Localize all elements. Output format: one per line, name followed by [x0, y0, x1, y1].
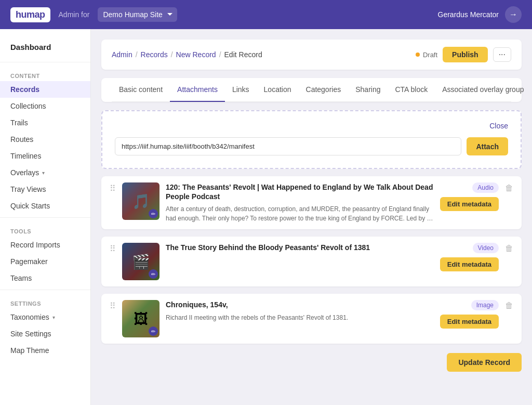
attachment-thumbnail: 🖼 ✏ [122, 300, 159, 337]
breadcrumb-sep-3: / [219, 50, 221, 59]
breadcrumb: Admin / Records / New Record / Edit Reco… [112, 50, 262, 59]
thumb-edit-badge: ✏ [149, 209, 158, 218]
sidebar-item-record-imports[interactable]: Record Imports [0, 237, 90, 253]
logout-button[interactable]: → [505, 6, 522, 23]
top-nav-right: Gerardus Mercator → [438, 6, 522, 23]
main-content: Admin / Records / New Record / Edit Reco… [91, 29, 532, 405]
tab-basic-content[interactable]: Basic content [112, 78, 170, 102]
breadcrumb-edit-record: Edit Record [224, 50, 262, 59]
attachment-actions: Audio Edit metadata [440, 182, 499, 211]
sidebar-section-settings: SETTINGS [0, 293, 90, 309]
delete-icon[interactable]: 🗑 [505, 243, 513, 253]
layout: Dashboard CONTENT Records Collections Tr… [0, 29, 532, 405]
attachment-info: The True Story Behind the Bloody Peasant… [166, 243, 434, 255]
sidebar-item-taxonomies[interactable]: Taxonomies ▾ [0, 309, 90, 325]
breadcrumb-sep-2: / [171, 50, 173, 59]
draft-badge: Draft [416, 51, 437, 59]
attachment-title: 120: The Peasants' Revolt | Wat Happened… [166, 182, 434, 201]
sidebar-item-teams[interactable]: Teams [0, 270, 90, 286]
attachment-card: ⠿ 🖼 ✏ Chroniques, 154v, Richard II meeti… [101, 294, 522, 344]
drag-handle-icon[interactable]: ⠿ [110, 300, 116, 311]
draft-dot [416, 53, 420, 57]
attachment-thumbnail: 🎬 ✏ [122, 243, 159, 280]
tab-associated-overlay-group[interactable]: Associated overlay group [435, 78, 531, 102]
sidebar-item-tray-views[interactable]: Tray Views [0, 181, 90, 198]
drag-handle-icon[interactable]: ⠿ [110, 182, 116, 193]
logo: humap [10, 7, 50, 22]
update-record-button[interactable]: Update Record [447, 353, 522, 372]
breadcrumb-records[interactable]: Records [141, 50, 168, 59]
user-name: Gerardus Mercator [438, 10, 499, 19]
admin-for-label: Admin for [59, 10, 90, 19]
attachment-title: The True Story Behind the Bloody Peasant… [166, 243, 434, 252]
drag-handle-icon[interactable]: ⠿ [110, 243, 116, 254]
delete-icon[interactable]: 🗑 [505, 182, 513, 193]
top-nav-left: humap Admin for Demo Humap Site [10, 7, 177, 22]
sidebar-item-quick-starts[interactable]: Quick Starts [0, 198, 90, 214]
tabs-container: Basic content Attachments Links Location… [101, 78, 522, 102]
sidebar-item-map-theme[interactable]: Map Theme [0, 342, 90, 359]
edit-metadata-button[interactable]: Edit metadata [440, 197, 499, 211]
url-input[interactable] [115, 137, 461, 155]
draft-label: Draft [423, 51, 437, 59]
attachment-actions: Image Edit metadata [440, 300, 499, 329]
tab-categories[interactable]: Categories [299, 78, 349, 102]
attachment-thumbnail: 🎵 ✏ [122, 182, 159, 220]
top-bar-right: Draft Publish ··· [416, 47, 511, 62]
delete-icon[interactable]: 🗑 [505, 300, 513, 310]
tabs: Basic content Attachments Links Location… [112, 78, 511, 102]
attach-url-box: Close Attach [101, 110, 522, 169]
attachment-actions: Video Edit metadata [440, 243, 499, 271]
publish-button[interactable]: Publish [443, 47, 488, 62]
breadcrumb-admin[interactable]: Admin [112, 50, 132, 59]
type-badge-video: Video [473, 243, 499, 253]
sidebar-item-collections[interactable]: Collections [0, 98, 90, 114]
type-badge-audio: Audio [472, 182, 499, 193]
top-nav: humap Admin for Demo Humap Site Gerardus… [0, 0, 532, 29]
sidebar-item-pagemaker[interactable]: Pagemaker [0, 253, 90, 270]
attachment-info: 120: The Peasants' Revolt | Wat Happened… [166, 182, 434, 223]
tab-attachments[interactable]: Attachments [170, 78, 225, 102]
tab-location[interactable]: Location [257, 78, 299, 102]
breadcrumb-new-record[interactable]: New Record [176, 50, 216, 59]
site-selector[interactable]: Demo Humap Site [98, 7, 177, 22]
type-badge-image: Image [471, 300, 499, 310]
tab-sharing[interactable]: Sharing [348, 78, 388, 102]
close-link[interactable]: Close [489, 122, 508, 130]
chevron-down-icon: ▾ [42, 170, 45, 176]
tab-cta-block[interactable]: CTA block [388, 78, 435, 102]
top-bar: Admin / Records / New Record / Edit Reco… [101, 40, 522, 70]
attachment-description: After a century of death, destruction, c… [166, 204, 434, 223]
attachment-card: ⠿ 🎵 ✏ 120: The Peasants' Revolt | Wat Ha… [101, 176, 522, 229]
sidebar-item-routes[interactable]: Routes [0, 131, 90, 148]
edit-metadata-button[interactable]: Edit metadata [440, 315, 499, 329]
chevron-down-icon: ▾ [52, 315, 55, 320]
edit-metadata-button[interactable]: Edit metadata [440, 257, 499, 271]
sidebar-item-timelines[interactable]: Timelines [0, 148, 90, 164]
attach-button[interactable]: Attach [467, 137, 508, 155]
attachment-card: ⠿ 🎬 ✏ The True Story Behind the Bloody P… [101, 237, 522, 286]
sidebar-item-overlays[interactable]: Overlays ▾ [0, 164, 90, 181]
update-row: Update Record [101, 353, 522, 372]
sidebar-item-records[interactable]: Records [0, 81, 90, 98]
attachment-description: Richard II meeting with the rebels of th… [166, 313, 434, 322]
breadcrumb-sep-1: / [136, 50, 138, 59]
attachment-title: Chroniques, 154v, [166, 300, 434, 309]
sidebar-item-dashboard[interactable]: Dashboard [0, 37, 90, 59]
attachment-info: Chroniques, 154v, Richard II meeting wit… [166, 300, 434, 322]
more-options-button[interactable]: ··· [493, 47, 511, 62]
url-row: Attach [115, 137, 508, 155]
sidebar-item-trails[interactable]: Trails [0, 114, 90, 131]
sidebar-section-tools: TOOLS [0, 221, 90, 237]
sidebar-section-content: CONTENT [0, 66, 90, 81]
sidebar-item-site-settings[interactable]: Site Settings [0, 325, 90, 342]
content-area: Close Attach ⠿ 🎵 ✏ 120: The Peasants' Re… [101, 110, 522, 372]
tab-links[interactable]: Links [225, 78, 257, 102]
sidebar: Dashboard CONTENT Records Collections Tr… [0, 29, 91, 405]
